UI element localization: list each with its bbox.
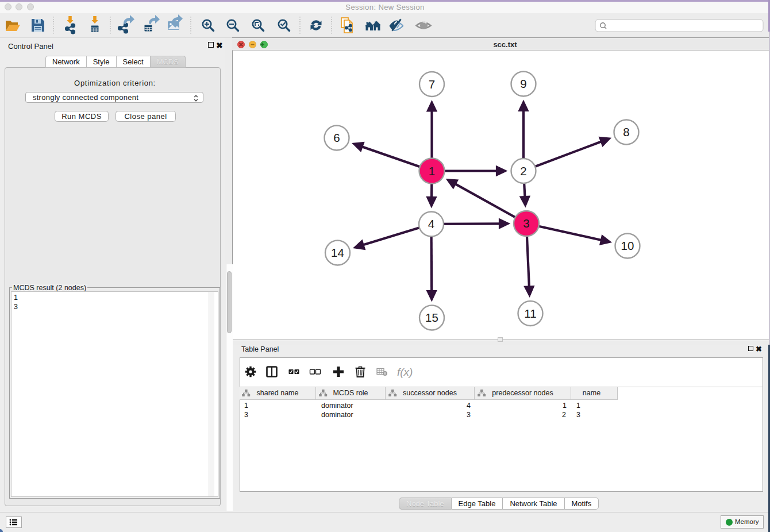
svg-text:10: 10	[621, 239, 634, 252]
svg-text:6: 6	[333, 131, 340, 144]
svg-text:4: 4	[428, 217, 434, 230]
svg-text:3: 3	[523, 217, 529, 230]
svg-text:2: 2	[520, 164, 526, 178]
svg-text:9: 9	[520, 77, 526, 90]
svg-text:7: 7	[429, 78, 435, 91]
svg-text:f(x): f(x)	[397, 366, 413, 378]
svg-text:15: 15	[425, 311, 438, 324]
svg-text:11: 11	[524, 307, 536, 320]
svg-text:14: 14	[331, 246, 344, 259]
svg-text:1: 1	[429, 164, 435, 178]
svg-text:8: 8	[623, 125, 629, 138]
